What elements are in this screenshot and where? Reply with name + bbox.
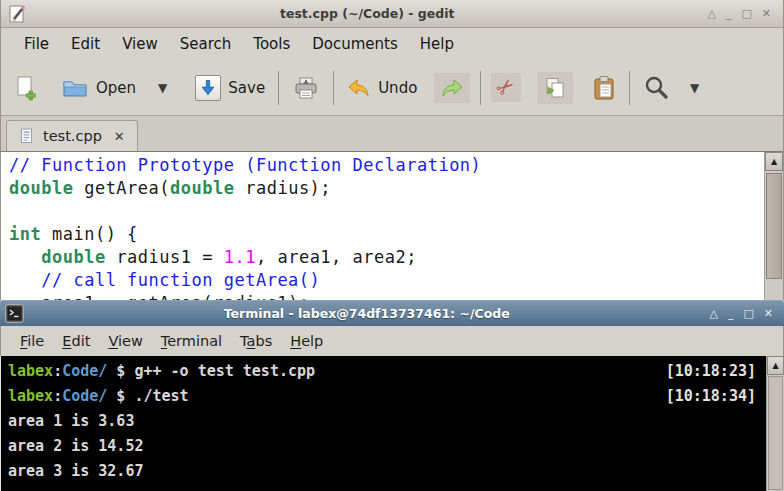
- gedit-editor[interactable]: // Function Prototype (Function Declarat…: [1, 151, 783, 300]
- gedit-close-button[interactable]: ✕: [762, 8, 771, 19]
- open-dropdown-arrow[interactable]: ▼: [151, 81, 174, 95]
- gedit-window: test.cpp (~/Code) - gedit △_□✕ FileEditV…: [0, 0, 784, 300]
- new-document-icon: [14, 75, 38, 101]
- gedit-menu-edit[interactable]: Edit: [60, 31, 111, 57]
- find-button[interactable]: [638, 71, 675, 104]
- cut-button[interactable]: ✂: [491, 73, 521, 102]
- terminal-menu-view[interactable]: View: [99, 330, 151, 352]
- code-line: double getArea(double radius);: [9, 177, 759, 200]
- terminal-line: area 1 is 3.63: [8, 409, 756, 434]
- code-line: double radius1 = 1.1, area1, area2;: [9, 246, 759, 269]
- terminal-titlebar[interactable]: Terminal - labex@74df13737461: ~/Code △_…: [0, 300, 784, 326]
- toolbar-separator: [333, 71, 334, 105]
- copy-icon: [543, 76, 567, 100]
- print-button[interactable]: [287, 73, 325, 103]
- paste-button[interactable]: [587, 72, 621, 104]
- desktop: { "colors": { "comment": "#2121e0", "typ…: [0, 0, 784, 491]
- terminal-close-button[interactable]: ✕: [764, 308, 773, 319]
- scroll-up-button[interactable]: ▲: [765, 152, 783, 171]
- gedit-tabstrip: test.cpp ✕: [1, 115, 783, 151]
- terminal-menu-terminal[interactable]: Terminal: [152, 330, 231, 352]
- code-line: // call function getArea(): [9, 269, 759, 292]
- find-dropdown-arrow[interactable]: ▼: [683, 81, 706, 95]
- code-line: // Function Prototype (Function Declarat…: [9, 154, 759, 177]
- toolbar-separator: [480, 71, 481, 105]
- scroll-up-button[interactable]: ▲: [767, 356, 784, 375]
- toolbar-separator: [278, 71, 279, 105]
- undo-button-label: Undo: [378, 79, 417, 97]
- terminal-line: area 2 is 14.52: [8, 434, 756, 459]
- print-icon: [292, 76, 320, 100]
- gedit-menu-tools[interactable]: Tools: [242, 31, 301, 57]
- terminal-menu-file[interactable]: File: [11, 330, 53, 352]
- gedit-minimize-button[interactable]: _: [726, 8, 732, 19]
- terminal-output: labex:Code/ $ g++ -o test test.cpp[10:18…: [8, 359, 756, 484]
- new-document-button[interactable]: [9, 72, 43, 104]
- terminal-menu-help[interactable]: Help: [281, 330, 332, 352]
- save-button[interactable]: Save: [190, 72, 270, 104]
- document-icon: [19, 128, 34, 144]
- terminal-scrollbar[interactable]: ▲: [766, 356, 784, 491]
- cut-scissors-icon: ✂: [493, 74, 520, 101]
- search-icon: [643, 74, 670, 101]
- terminal-minimize-button[interactable]: _: [728, 308, 734, 319]
- gedit-app-icon: [7, 4, 27, 24]
- terminal-menu-tabs[interactable]: Tabs: [231, 330, 281, 352]
- tab-label: test.cpp: [43, 128, 102, 144]
- gedit-menu-help[interactable]: Help: [409, 31, 465, 57]
- terminal-window-controls: △_□✕: [709, 308, 779, 319]
- code-line: [9, 200, 759, 223]
- redo-button[interactable]: [434, 73, 470, 103]
- open-folder-icon: [62, 77, 89, 99]
- terminal-content[interactable]: labex:Code/ $ g++ -o test test.cpp[10:18…: [0, 356, 784, 491]
- terminal-menubar: FileEditViewTerminalTabsHelp: [0, 326, 784, 356]
- terminal-line: labex:Code/ $ ./test[10:18:34]: [8, 384, 756, 409]
- gedit-maximize-button[interactable]: □: [741, 8, 751, 19]
- gedit-menubar: FileEditViewSearchToolsDocumentsHelp: [1, 28, 783, 60]
- tab-close-icon[interactable]: ✕: [114, 129, 125, 144]
- undo-button[interactable]: Undo: [342, 74, 422, 102]
- gedit-menu-view[interactable]: View: [111, 31, 169, 57]
- copy-button[interactable]: [537, 72, 573, 104]
- save-button-label: Save: [228, 79, 265, 97]
- tab-test-cpp[interactable]: test.cpp ✕: [6, 120, 138, 151]
- terminal-window: Terminal - labex@74df13737461: ~/Code △_…: [0, 300, 784, 491]
- gedit-scrollbar[interactable]: ▲: [764, 152, 783, 300]
- gedit-menu-file[interactable]: File: [13, 31, 60, 57]
- terminal-app-icon: [5, 304, 24, 323]
- terminal-shade-button[interactable]: △: [709, 308, 717, 319]
- gedit-window-title: test.cpp (~/Code) - gedit: [27, 6, 707, 21]
- paste-clipboard-icon: [592, 75, 616, 101]
- terminal-line: area 3 is 32.67: [8, 459, 756, 484]
- gedit-window-controls: △_□✕: [707, 8, 777, 19]
- terminal-line: labex:Code/ $ g++ -o test test.cpp[10:18…: [8, 359, 756, 384]
- gedit-menu-documents[interactable]: Documents: [301, 31, 409, 57]
- terminal-maximize-button[interactable]: □: [743, 308, 753, 319]
- scrollbar-thumb[interactable]: [768, 376, 783, 490]
- gedit-titlebar[interactable]: test.cpp (~/Code) - gedit △_□✕: [1, 0, 783, 28]
- code-line: area1 = getArea(radius1);: [9, 292, 759, 300]
- open-button[interactable]: Open: [57, 74, 141, 102]
- gedit-code: // Function Prototype (Function Declarat…: [9, 154, 759, 300]
- redo-icon: [440, 77, 464, 99]
- undo-icon: [347, 77, 371, 99]
- scrollbar-thumb[interactable]: [766, 173, 782, 279]
- timestamp: [10:18:34]: [666, 384, 756, 409]
- save-icon: [195, 75, 221, 101]
- timestamp: [10:18:23]: [666, 359, 756, 384]
- gedit-toolbar: Open ▼ Save: [1, 60, 783, 115]
- terminal-window-title: Terminal - labex@74df13737461: ~/Code: [24, 306, 709, 321]
- open-button-label: Open: [96, 79, 136, 97]
- gedit-shade-button[interactable]: △: [707, 8, 715, 19]
- gedit-menu-search[interactable]: Search: [169, 31, 243, 57]
- terminal-menu-edit[interactable]: Edit: [53, 330, 99, 352]
- toolbar-separator: [629, 71, 630, 105]
- code-line: int main() {: [9, 223, 759, 246]
